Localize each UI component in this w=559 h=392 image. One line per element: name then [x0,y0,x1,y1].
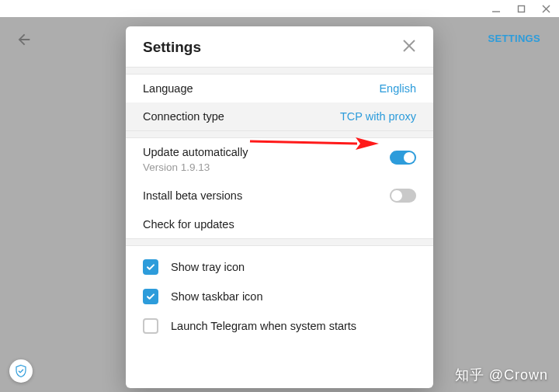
checkbox-launch-startup[interactable] [143,318,158,334]
row-value: TCP with proxy [340,110,416,123]
settings-row-launch-startup[interactable]: Launch Telegram when system starts [126,311,433,341]
arrow-left-icon [16,31,33,48]
toggle-knob [391,190,402,201]
window-close-button[interactable] [537,2,554,16]
row-label: Launch Telegram when system starts [171,320,356,332]
watermark: 知乎 @Crown [455,366,548,384]
row-label: Update automatically [143,146,248,158]
row-label: Connection type [143,110,224,123]
checkbox-show-tray[interactable] [143,259,158,275]
window-maximize-button[interactable] [512,2,529,16]
version-text: Version 1.9.13 [143,161,248,173]
connection-status-badge[interactable] [9,359,33,383]
section-divider [126,238,433,246]
toggle-knob [404,152,415,163]
check-icon [145,262,156,272]
settings-row-check-updates[interactable]: Check for updates [126,210,433,238]
row-value: English [379,82,416,95]
section-divider [126,130,433,138]
window-minimize-button[interactable] [488,2,505,16]
modal-body[interactable]: Language English Connection type TCP wit… [126,67,433,388]
settings-modal: Settings Language English Connection typ… [126,26,433,388]
row-label: Language [143,82,193,95]
settings-row-update-automatically[interactable]: Update automatically Version 1.9.13 [126,138,433,181]
watermark-site: 知乎 [455,366,484,384]
settings-header-link[interactable]: SETTINGS [488,33,540,44]
settings-row-connection-type[interactable]: Connection type TCP with proxy [126,102,433,130]
modal-header: Settings [126,26,433,67]
shield-check-icon [14,364,28,378]
checkbox-show-taskbar[interactable] [143,289,158,304]
row-label: Show tray icon [171,261,245,273]
svg-rect-1 [518,5,524,12]
row-label: Check for updates [143,218,234,231]
toggle-update-automatically[interactable] [390,151,416,165]
settings-row-language[interactable]: Language English [126,75,433,102]
modal-title: Settings [143,39,201,56]
row-label: Install beta versions [143,189,242,202]
row-label: Show taskbar icon [171,290,262,303]
section-divider [126,67,433,75]
back-button[interactable] [16,31,33,51]
watermark-handle: @Crown [489,367,548,383]
modal-close-button[interactable] [402,39,416,56]
settings-row-install-beta[interactable]: Install beta versions [126,181,433,210]
close-icon [402,39,416,53]
toggle-install-beta[interactable] [390,189,416,203]
check-icon [145,291,156,302]
settings-row-show-tray[interactable]: Show tray icon [126,252,433,282]
settings-row-show-taskbar[interactable]: Show taskbar icon [126,282,433,311]
window-titlebar [0,0,559,17]
